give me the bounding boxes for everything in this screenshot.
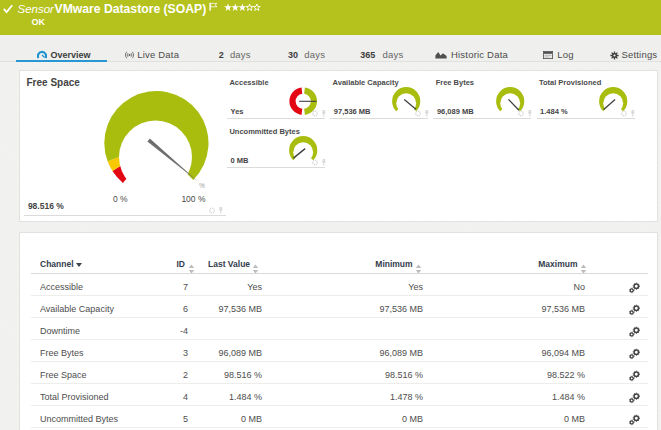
svg-text:%: % [199, 182, 205, 189]
